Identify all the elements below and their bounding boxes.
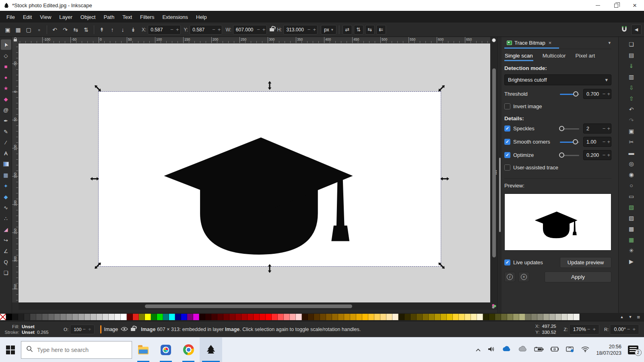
fill-value[interactable]: Unset bbox=[22, 324, 35, 329]
menu-help[interactable]: Help bbox=[192, 12, 211, 22]
selection-handle-s[interactable] bbox=[268, 264, 272, 273]
onedrive-icon[interactable] bbox=[502, 346, 512, 354]
palette-swatch[interactable] bbox=[392, 314, 398, 320]
clone-icon[interactable]: ▨ bbox=[627, 212, 636, 223]
taskbar-file-explorer[interactable] bbox=[132, 337, 155, 362]
palette-swatch[interactable] bbox=[211, 314, 217, 320]
palette-swatch[interactable] bbox=[543, 314, 549, 320]
pen-tool[interactable]: ✒ bbox=[1, 115, 11, 126]
palette-swatch[interactable] bbox=[356, 314, 362, 320]
palette-swatch[interactable] bbox=[574, 314, 580, 320]
lock-guides-icon[interactable] bbox=[14, 39, 17, 41]
unlink-clone-icon[interactable]: ▩ bbox=[627, 223, 636, 234]
calligraphy-tool[interactable]: ⁄ bbox=[1, 137, 11, 148]
minimize-button[interactable] bbox=[588, 0, 607, 11]
lower-to-bottom-icon[interactable]: ↡ bbox=[128, 25, 138, 35]
palette-swatch[interactable] bbox=[374, 314, 380, 320]
start-button[interactable] bbox=[0, 337, 21, 362]
optimize-slider[interactable] bbox=[560, 152, 579, 158]
deselect-icon[interactable]: ▢ bbox=[24, 25, 33, 35]
palette-swatch[interactable] bbox=[157, 314, 163, 320]
duplicate-icon[interactable]: ▧ bbox=[627, 202, 636, 212]
palette-swatch[interactable] bbox=[302, 314, 308, 320]
palette-swatch[interactable] bbox=[48, 314, 54, 320]
zoom-tool[interactable]: Q bbox=[1, 257, 11, 267]
speckles-slider[interactable] bbox=[560, 126, 579, 132]
horizontal-scrollbar[interactable] bbox=[19, 302, 490, 310]
palette-swatch[interactable] bbox=[248, 314, 254, 320]
selection-handle-ne[interactable] bbox=[437, 84, 446, 93]
current-layer-name[interactable]: Image bbox=[104, 327, 118, 332]
wireless-display-icon[interactable] bbox=[550, 346, 559, 354]
palette-swatch[interactable] bbox=[555, 314, 561, 320]
palette-swatch[interactable] bbox=[145, 314, 151, 320]
measure-tool[interactable]: ∠ bbox=[1, 246, 11, 256]
palette-swatch[interactable] bbox=[199, 314, 205, 320]
palette-swatch[interactable] bbox=[489, 314, 495, 320]
align-icon[interactable]: ✳ bbox=[627, 245, 636, 256]
ruler-corner[interactable] bbox=[12, 37, 19, 43]
open-document-icon[interactable]: ▤ bbox=[627, 49, 636, 60]
palette-swatch[interactable] bbox=[332, 314, 338, 320]
opacity-field[interactable]: 100−+ bbox=[70, 325, 94, 334]
stroke-value[interactable]: Unset bbox=[22, 329, 35, 335]
raise-to-top-icon[interactable]: ↟ bbox=[97, 25, 107, 35]
palette-swatch[interactable] bbox=[531, 314, 537, 320]
palette-swatch[interactable] bbox=[471, 314, 477, 320]
palette-swatch[interactable] bbox=[42, 314, 48, 320]
palette-swatch[interactable] bbox=[459, 314, 465, 320]
palette-swatch[interactable] bbox=[121, 314, 127, 320]
palette-swatch[interactable] bbox=[78, 314, 85, 320]
palette-swatch[interactable] bbox=[386, 314, 392, 320]
palette-swatch[interactable] bbox=[465, 314, 471, 320]
move-stroke-icon[interactable]: ⇄ bbox=[343, 25, 352, 35]
taskbar-clock[interactable]: 20:56 18/07/2023 bbox=[596, 343, 621, 356]
save-icon[interactable]: ⇓ bbox=[627, 60, 636, 71]
palette-swatch[interactable] bbox=[133, 314, 139, 320]
palette-swatch[interactable] bbox=[568, 314, 574, 320]
rotate-ccw-icon[interactable]: ↶ bbox=[50, 25, 60, 35]
panel-scrollbar[interactable] bbox=[498, 37, 502, 313]
palette-swatch[interactable] bbox=[266, 314, 272, 320]
detection-mode-dropdown[interactable]: Brightness cutoff ▾ bbox=[504, 74, 611, 85]
pencil-tool[interactable]: ✎ bbox=[1, 126, 11, 137]
menu-extensions[interactable]: Extensions bbox=[158, 12, 192, 22]
palette-scroll-down-icon[interactable]: ▼ bbox=[628, 315, 632, 319]
selection-handle-e[interactable] bbox=[440, 177, 449, 181]
palette-swatch[interactable] bbox=[97, 314, 103, 320]
rotation-field[interactable]: 0.00°−+ bbox=[610, 324, 639, 335]
battery-icon[interactable] bbox=[534, 346, 544, 354]
palette-swatch[interactable] bbox=[429, 314, 435, 320]
palette-swatch[interactable] bbox=[91, 314, 97, 320]
palette-swatch[interactable] bbox=[72, 314, 78, 320]
optimize-value[interactable]: 0.200−+ bbox=[583, 150, 611, 160]
optimize-checkbox[interactable]: ✓ bbox=[504, 152, 510, 158]
update-preview-button[interactable]: Update preview bbox=[560, 257, 611, 268]
palette-swatch[interactable] bbox=[6, 314, 12, 320]
pages-tool[interactable]: ❏ bbox=[1, 267, 11, 278]
palette-swatch[interactable] bbox=[417, 314, 423, 320]
vertical-ruler[interactable]: -50050100150200250300350 bbox=[12, 43, 19, 302]
palette-swatch[interactable] bbox=[513, 314, 519, 320]
cancel-button[interactable]: × bbox=[518, 272, 529, 282]
palette-swatch[interactable] bbox=[441, 314, 447, 320]
palette-swatch[interactable] bbox=[272, 314, 278, 320]
move-pattern-icon[interactable]: ⇇ bbox=[376, 25, 386, 35]
taskbar-chrome[interactable] bbox=[177, 337, 200, 362]
export-icon[interactable]: ⇧ bbox=[627, 93, 636, 104]
redo-icon[interactable]: ↷ bbox=[627, 115, 636, 125]
zoom-page-icon[interactable]: ○ bbox=[627, 180, 636, 191]
palette-swatch[interactable] bbox=[36, 314, 42, 320]
menu-layer[interactable]: Layer bbox=[55, 12, 76, 22]
palette-swatch[interactable] bbox=[423, 314, 429, 320]
unit-dropdown[interactable]: px▾ bbox=[321, 25, 336, 35]
select-all-layers-icon[interactable]: ▦ bbox=[13, 25, 23, 35]
palette-swatch[interactable] bbox=[181, 314, 187, 320]
smooth-corners-value[interactable]: 1.00−+ bbox=[583, 137, 611, 147]
palette-swatch[interactable] bbox=[151, 314, 157, 320]
tray-chevron-icon[interactable] bbox=[475, 346, 481, 354]
palette-swatch[interactable] bbox=[453, 314, 459, 320]
raise-icon[interactable]: ↑ bbox=[107, 25, 117, 35]
selection-handle-n[interactable] bbox=[268, 81, 272, 90]
star-tool[interactable]: ★ bbox=[1, 83, 11, 93]
